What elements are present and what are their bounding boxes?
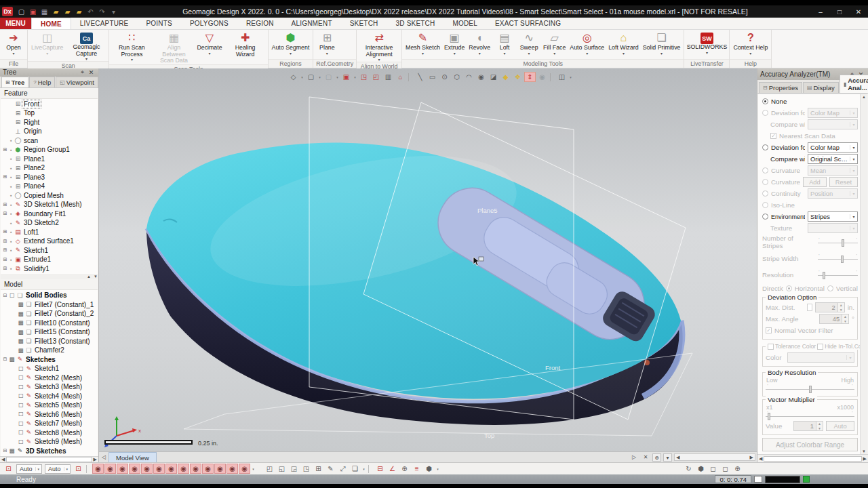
annotate-icon[interactable]: ✎ — [325, 464, 336, 474]
panel-tab[interactable]: ? Help — [29, 77, 55, 87]
checkbox-icon[interactable]: ☐ — [8, 292, 16, 299]
visibility-dot-icon[interactable]: ● — [8, 166, 14, 170]
visibility-dot-icon[interactable]: ● — [8, 203, 14, 207]
viewport-hscrollbar[interactable]: ◀▶ — [674, 453, 755, 461]
visibility-dot-icon[interactable]: ● — [8, 193, 14, 197]
checkbox-icon[interactable]: ▩ — [8, 447, 16, 454]
separator[interactable] — [550, 73, 554, 81]
deselect-tool[interactable]: ◉ — [536, 72, 548, 82]
close-button[interactable]: ✕ — [849, 6, 868, 17]
ribbon-tab[interactable]: EXACT SURFACING — [486, 18, 570, 29]
panel-tab[interactable]: ▤ Display — [803, 82, 839, 93]
visibility-dot-icon[interactable]: ● — [8, 184, 14, 188]
viewport-3d[interactable]: ◇ ▾ ▢ ▾ ▢ ▾ ▣ ▾ ◳ ◰ — [99, 68, 757, 462]
ribbon-button[interactable]: ◫ LiveCapture ▾ — [29, 30, 65, 61]
save-icon[interactable]: ▦ — [39, 7, 50, 17]
expand-icon[interactable]: ⊟ — [2, 293, 8, 298]
tree-item[interactable]: ☐ ✎ Sketch2 (Mesh) — [2, 373, 90, 383]
radio-icon[interactable] — [762, 144, 768, 150]
visibility-dot-icon[interactable]: ● — [8, 221, 14, 225]
tree-item[interactable]: ⊟ ▩ ✎ Sketches — [2, 355, 90, 365]
maximize-button[interactable]: □ — [830, 6, 849, 17]
tree-item[interactable]: ▩ ❏ Fillet7 (Constant)_1 — [2, 300, 90, 310]
model-canvas[interactable]: Plane5 Front Top x — [99, 82, 757, 451]
expand-icon[interactable]: ⊟ — [2, 448, 8, 453]
visibility-polyface-toggle[interactable]: ◉ — [141, 464, 153, 474]
tab-close-icon[interactable]: ✕ — [641, 454, 650, 460]
view-iso-icon[interactable]: ◻ — [719, 464, 731, 474]
analyzer-hscrollbar[interactable]: ◀▶ — [757, 454, 868, 462]
radio-icon[interactable] — [762, 214, 768, 220]
panel-tab[interactable]: ▮ Accuracy Anal... — [840, 75, 868, 93]
tree-item[interactable]: ⊞ ● ◇ Extend Surface1 — [2, 237, 90, 246]
measure-distance-icon[interactable]: ⊟ — [374, 464, 386, 474]
ribbon-tab[interactable]: POINTS — [137, 18, 180, 29]
tree-item[interactable]: ☐ ✎ Sketch7 (Mesh) — [2, 419, 90, 428]
ribbon-button[interactable]: ❏ Solid Primitive ▾ — [641, 30, 683, 59]
tree-item[interactable]: ▩ ❏ Chamfer2 — [2, 346, 90, 355]
visibility-dot-icon[interactable]: ● — [8, 230, 14, 234]
polygon-select-tool[interactable]: ⬡ — [451, 72, 462, 82]
tree-item[interactable]: ⊞ ● ⧉ Solidify1 — [2, 264, 90, 274]
freeform-select-tool[interactable]: ◠ — [463, 72, 475, 82]
rounded-box-arrow[interactable]: ▾ — [335, 72, 340, 82]
checkbox-icon[interactable]: ☐ — [17, 429, 24, 436]
visibility-dot-icon[interactable]: ● — [8, 175, 14, 179]
panel-tab[interactable]: ⊞ Tree — [1, 77, 28, 87]
checkbox-icon[interactable]: ☐ — [17, 374, 24, 381]
visibility-mesh-toggle[interactable]: ◉ — [104, 464, 116, 474]
number-of-stripes-slider[interactable]: '' — [818, 237, 858, 247]
tree-item[interactable]: ⊞ ● ◈ Boundary Fit1 — [2, 209, 90, 219]
expand-icon[interactable]: ⊞ — [2, 229, 8, 235]
deviation-mesh-dropdown[interactable]: Color Map▾ — [808, 142, 858, 152]
tree-item[interactable]: ● ⊞ Plane2 — [2, 163, 90, 173]
ribbon-button[interactable]: ▱ Fill Face ▾ — [541, 30, 568, 59]
visibility-plane-toggle[interactable]: ◉ — [202, 464, 214, 474]
open-folder-icon[interactable]: ▰ — [51, 7, 61, 17]
ribbon-button[interactable]: ▽ Decimate ▾ — [195, 30, 224, 64]
checkbox-icon[interactable]: ▩ — [17, 338, 24, 344]
checkbox-icon[interactable]: ☐ — [17, 411, 24, 418]
tree-item[interactable]: ⊞ ● ✎ 3D Sketch1 (Mesh) — [2, 200, 90, 209]
ribbon-button[interactable]: ? Context Help ▾ — [731, 30, 770, 59]
pick-select-tool[interactable]: ◉ — [475, 72, 487, 82]
split-view-tool[interactable]: ▥ — [382, 72, 394, 82]
feature-tree-scrollbar[interactable]: ▲▼ — [1, 274, 98, 279]
undo-icon[interactable]: ↶ — [85, 7, 96, 17]
checkbox-icon[interactable]: ▩ — [17, 301, 24, 308]
analyzer-option-deviation-mesh[interactable]: Deviation for Mesh Color Map▾ — [762, 142, 858, 153]
ribbon-button[interactable]: ✎ Mesh Sketch ▾ — [403, 30, 442, 59]
visibility-point-cloud-toggle[interactable]: ◉ — [129, 464, 140, 474]
expand-icon[interactable]: ⊞ — [2, 174, 8, 180]
section-tool[interactable]: ◳ — [358, 72, 370, 82]
window-layout-2-icon[interactable]: ◱ — [276, 464, 288, 474]
tree-item[interactable]: ⊞ ● ▣ Extrude1 — [2, 255, 90, 264]
ribbon-button[interactable]: ➔ Open ▾ — [1, 30, 26, 59]
ribbon-tab[interactable]: 3D SKETCH — [387, 18, 443, 29]
body-resolution-slider[interactable]: '' — [766, 384, 854, 393]
ribbon-tab[interactable]: SKETCH — [341, 18, 387, 29]
tree-item[interactable]: ☐ ✎ Sketch1 — [2, 364, 90, 373]
ribbon-button[interactable]: ⊞ Plane ▾ — [315, 30, 339, 59]
ribbon-button[interactable]: ⬢ Auto Segment ▾ — [270, 30, 312, 59]
mesh-buildup-wizard-icon[interactable]: ⬢ — [423, 464, 435, 474]
ribbon-button[interactable]: ▣ Extrude ▾ — [442, 30, 467, 59]
ribbon-button[interactable]: Ca Geomagic Capture ▾ — [65, 30, 107, 61]
tree-item[interactable]: ⊟ ▩ ✎ 3D Sketches — [2, 447, 90, 456]
separator[interactable] — [408, 73, 412, 81]
measure-point-icon[interactable]: ⊕ — [399, 464, 410, 474]
environment-mapping-dropdown[interactable]: Stripes▾ — [808, 211, 858, 222]
redo-icon[interactable]: ↷ — [97, 7, 107, 17]
camera-view-tool[interactable]: ◫ — [556, 72, 568, 82]
save-folder-icon[interactable]: ▰ — [62, 7, 73, 17]
separator[interactable] — [86, 465, 90, 473]
checkbox-icon[interactable]: ☐ — [17, 365, 24, 372]
tab-scroll-right-icon[interactable]: ▷ — [629, 454, 639, 460]
menu-button[interactable]: MENU — [0, 18, 31, 29]
line-select-tool[interactable]: ╲ — [414, 72, 426, 82]
expand-icon[interactable]: ⊞ — [2, 202, 8, 207]
visibility-annotation-toggle[interactable]: ◉ — [226, 464, 238, 474]
checkbox-icon[interactable]: ▩ — [17, 347, 24, 354]
visibility-dot-icon[interactable]: ● — [8, 239, 14, 243]
tab-scroll-left-icon[interactable]: ◁ — [99, 454, 108, 460]
